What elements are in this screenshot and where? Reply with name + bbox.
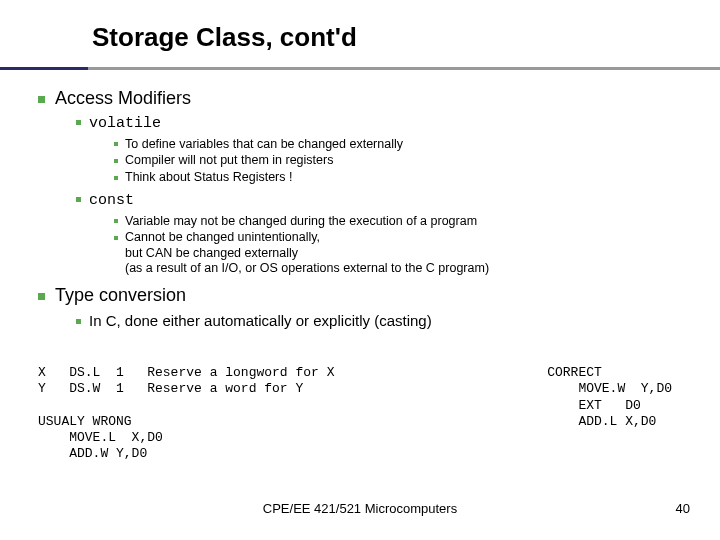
rule-grey bbox=[0, 67, 720, 70]
bullet-text: To define variables that can be changed … bbox=[125, 137, 645, 153]
title-underline bbox=[0, 67, 720, 70]
bullet-item: To define variables that can be changed … bbox=[114, 137, 700, 153]
square-bullet-icon bbox=[76, 319, 81, 324]
code-keyword: volatile bbox=[89, 115, 161, 132]
slide: Storage Class, cont'd Access Modifiers v… bbox=[0, 0, 720, 540]
code-block-left: X DS.L 1 Reserve a longword for X Y DS.W… bbox=[38, 365, 334, 463]
bullet-item: Variable may not be changed during the e… bbox=[114, 214, 700, 230]
code-block-right: CORRECT MOVE.W Y,D0 EXT D0 ADD.L X,D0 bbox=[547, 365, 672, 430]
bullet-text: Cannot be changed unintentionally, but C… bbox=[125, 230, 645, 277]
square-bullet-icon bbox=[76, 197, 81, 202]
bullet-item: In C, done either automatically or expli… bbox=[76, 312, 700, 331]
bullet-text: Think about Status Registers ! bbox=[125, 170, 645, 186]
square-bullet-icon bbox=[114, 219, 118, 223]
slide-title: Storage Class, cont'd bbox=[92, 22, 720, 53]
bullet-item: Compiler will not put them in registers bbox=[114, 153, 700, 169]
square-bullet-icon bbox=[114, 159, 118, 163]
bullet-text: Variable may not be changed during the e… bbox=[125, 214, 645, 230]
square-bullet-icon bbox=[114, 236, 118, 240]
square-bullet-icon bbox=[38, 96, 45, 103]
heading-text: Access Modifiers bbox=[55, 88, 191, 108]
bullet-text: In C, done either automatically or expli… bbox=[89, 312, 432, 329]
bullet-item: Think about Status Registers ! bbox=[114, 170, 700, 186]
subheading-volatile: volatile bbox=[76, 115, 700, 133]
title-block: Storage Class, cont'd bbox=[0, 0, 720, 61]
heading-access-modifiers: Access Modifiers bbox=[38, 88, 700, 109]
square-bullet-icon bbox=[38, 293, 45, 300]
rule-navy bbox=[0, 67, 88, 70]
bullet-item: Cannot be changed unintentionally, but C… bbox=[114, 230, 700, 277]
footer-course: CPE/EE 421/521 Microcomputers bbox=[0, 501, 720, 516]
code-keyword: const bbox=[89, 192, 134, 209]
heading-text: Type conversion bbox=[55, 285, 186, 305]
slide-body: Access Modifiers volatile To define vari… bbox=[38, 88, 700, 335]
subheading-const: const bbox=[76, 192, 700, 210]
heading-type-conversion: Type conversion bbox=[38, 285, 700, 306]
square-bullet-icon bbox=[76, 120, 81, 125]
bullet-text: Compiler will not put them in registers bbox=[125, 153, 645, 169]
square-bullet-icon bbox=[114, 142, 118, 146]
footer-page-number: 40 bbox=[676, 501, 690, 516]
square-bullet-icon bbox=[114, 176, 118, 180]
